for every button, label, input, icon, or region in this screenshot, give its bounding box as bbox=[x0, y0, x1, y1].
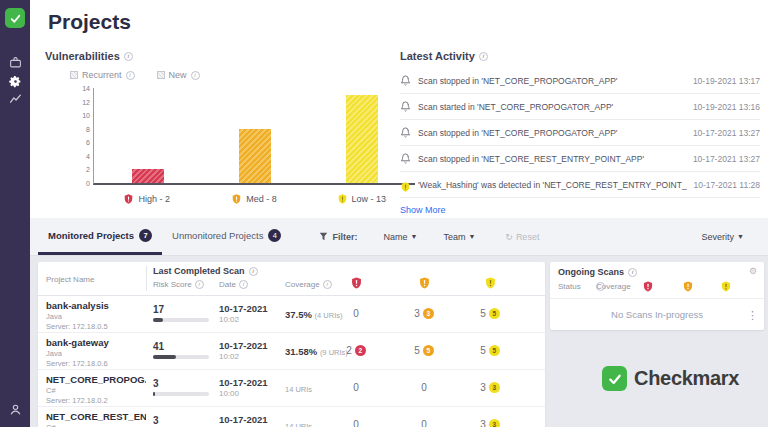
col-status: Status bbox=[558, 282, 581, 291]
severity-badge: 5 bbox=[423, 345, 434, 356]
legend-checkbox-new[interactable]: Newi bbox=[157, 70, 200, 80]
chevron-down-icon: ▼ bbox=[737, 233, 744, 240]
activity-text: Scan stopped in 'NET_CORE_PROPOGATOR_APP… bbox=[418, 76, 686, 86]
medium-count-cell: 33 bbox=[402, 308, 446, 319]
legend-label: Recurrent bbox=[82, 70, 122, 80]
severity-badge: 3 bbox=[489, 382, 500, 393]
page-title: Projects bbox=[48, 10, 131, 34]
table-header: Project Name Last Completed Scani Risk S… bbox=[38, 262, 545, 296]
filter-icon bbox=[319, 232, 328, 241]
show-more-link[interactable]: Show More bbox=[400, 205, 446, 215]
analytics-icon[interactable] bbox=[8, 92, 22, 106]
table-body: bank-analysis Java Server: 172.18.0.5 17… bbox=[38, 296, 545, 427]
date-cell: 10-17-202110:02 bbox=[219, 303, 268, 324]
info-icon[interactable]: i bbox=[126, 71, 135, 80]
vulnerabilities-panel: Vulnerabilitiesi RecurrentiNewi 02468101… bbox=[45, 50, 395, 215]
severity-label-high: High - 2 bbox=[93, 193, 200, 205]
activity-text: 'Weak_Hashing' was detected in 'NET_CORE… bbox=[418, 180, 687, 190]
info-icon[interactable]: i bbox=[479, 52, 488, 61]
severity-dropdown[interactable]: Severity▼ bbox=[702, 232, 744, 242]
medium-severity-shield-icon bbox=[682, 280, 694, 293]
low-count-cell: 55 bbox=[468, 308, 512, 319]
checkmarx-branding: Checkmarx bbox=[602, 366, 739, 391]
content-area: Project Name Last Completed Scani Risk S… bbox=[30, 256, 768, 427]
chart-x-labels: High - 2Med - 8Low - 13 bbox=[93, 193, 415, 205]
info-icon[interactable]: i bbox=[239, 280, 248, 289]
severity-badge: 5 bbox=[489, 345, 500, 356]
legend-checkbox-recurrent[interactable]: Recurrenti bbox=[70, 70, 135, 80]
activity-time: 10-19-2021 13:16 bbox=[693, 102, 760, 112]
tab-bar: Monitored Projects 7 Unmonitored Project… bbox=[30, 218, 768, 256]
coverage-cell: 14 URIs bbox=[285, 383, 312, 394]
info-icon[interactable]: i bbox=[249, 267, 258, 276]
team-dropdown[interactable]: Team▼ bbox=[443, 232, 475, 242]
high-severity-shield-icon bbox=[350, 276, 363, 290]
sidebar bbox=[0, 0, 30, 427]
activity-item: Scan stopped in 'NET_CORE_REST_ENTRY_POI… bbox=[400, 146, 760, 172]
bell-icon bbox=[400, 75, 411, 86]
checkmarx-wordmark: Checkmarx bbox=[634, 367, 739, 390]
reset-icon: ↻ bbox=[505, 232, 513, 242]
bell-icon bbox=[400, 127, 411, 138]
activity-item: 'Weak_Hashing' was detected in 'NET_CORE… bbox=[400, 172, 760, 198]
info-icon[interactable]: i bbox=[596, 282, 605, 291]
panel-options-icon[interactable]: ⚙ bbox=[749, 266, 757, 276]
reset-button[interactable]: ↻Reset bbox=[505, 232, 539, 242]
legend-swatch bbox=[157, 71, 165, 79]
date-cell: 10-17-202109:59 bbox=[219, 414, 268, 427]
activity-list: Scan stopped in 'NET_CORE_PROPOGATOR_APP… bbox=[400, 68, 760, 198]
checkmarx-logo-icon[interactable] bbox=[5, 8, 25, 28]
low-count-cell: 33 bbox=[468, 382, 512, 393]
severity-label-medium: Med - 8 bbox=[200, 193, 307, 205]
activity-time: 10-19-2021 13:17 bbox=[693, 76, 760, 86]
tab-label: Monitored Projects bbox=[48, 230, 134, 241]
info-icon[interactable]: i bbox=[195, 280, 204, 289]
tab-badge: 4 bbox=[268, 229, 281, 242]
bell-icon bbox=[400, 153, 411, 164]
activity-time: 10-17-2021 13:27 bbox=[693, 128, 760, 138]
vulnerabilities-title: Vulnerabilitiesi bbox=[45, 50, 395, 62]
tab-monitored-projects[interactable]: Monitored Projects 7 bbox=[38, 218, 162, 255]
y-axis-tick: 6 bbox=[72, 139, 90, 146]
info-icon[interactable]: i bbox=[323, 280, 332, 289]
project-name-cell: bank-analysis Java Server: 172.18.0.5 bbox=[46, 300, 146, 331]
severity-badge: 3 bbox=[423, 308, 434, 319]
activity-text: Scan stopped in 'NET_CORE_REST_ENTRY_POI… bbox=[418, 154, 686, 164]
low-severity-shield-icon bbox=[337, 193, 348, 205]
high-severity-shield-icon bbox=[642, 280, 654, 293]
briefcase-icon[interactable] bbox=[8, 55, 22, 69]
col-coverage: Coverage i bbox=[596, 282, 598, 291]
y-axis-tick: 4 bbox=[72, 152, 90, 159]
chart-bar-medium bbox=[239, 129, 271, 183]
project-name-cell: NET_CORE_PROPOGATOR_APP C# Server: 172.1… bbox=[46, 374, 146, 405]
vulnerabilities-chart: 02468101214 bbox=[93, 88, 415, 185]
severity-badge: 3 bbox=[489, 419, 500, 427]
col-date: Datei bbox=[219, 280, 248, 289]
table-row[interactable]: NET_CORE_REST_ENTRY_POI... C# Server: 17… bbox=[38, 407, 545, 427]
high-count-cell: 0 bbox=[334, 419, 378, 427]
low-severity-shield-icon bbox=[720, 280, 732, 293]
col-risk-score: Risk Scorei bbox=[153, 280, 204, 289]
gear-icon[interactable] bbox=[8, 74, 22, 88]
table-row[interactable]: NET_CORE_PROPOGATOR_APP C# Server: 172.1… bbox=[38, 370, 545, 407]
kebab-menu-icon[interactable]: ⋮ bbox=[747, 309, 758, 322]
risk-bar bbox=[153, 318, 209, 322]
info-icon[interactable]: i bbox=[124, 52, 133, 61]
ongoing-scans-panel: Ongoing Scansi ⚙ Status Coverage i No Sc… bbox=[550, 262, 764, 330]
tab-unmonitored-projects[interactable]: Unmonitored Projects 4 bbox=[162, 218, 291, 255]
filter-label: Filter: bbox=[319, 232, 357, 242]
table-row[interactable]: bank-analysis Java Server: 172.18.0.5 17… bbox=[38, 296, 545, 333]
high-count-cell: 22 bbox=[334, 345, 378, 356]
name-dropdown[interactable]: Name▼ bbox=[383, 232, 417, 242]
col-project-name: Project Name bbox=[46, 275, 94, 284]
user-icon[interactable] bbox=[8, 402, 22, 416]
low-severity-shield-icon bbox=[484, 276, 497, 290]
info-icon[interactable]: i bbox=[628, 268, 637, 277]
table-row[interactable]: bank-gateway Java Server: 172.18.0.6 41 … bbox=[38, 333, 545, 370]
medium-count-cell: 55 bbox=[402, 345, 446, 356]
risk-score-cell: 3 bbox=[153, 378, 213, 396]
severity-badge: 5 bbox=[489, 308, 500, 319]
activity-text: Scan stopped in 'NET_CORE_PROPOGATOR_APP… bbox=[418, 128, 686, 138]
activity-text: Scan started in 'NET_CORE_PROPOGATOR_APP… bbox=[418, 102, 686, 112]
info-icon[interactable]: i bbox=[191, 71, 200, 80]
